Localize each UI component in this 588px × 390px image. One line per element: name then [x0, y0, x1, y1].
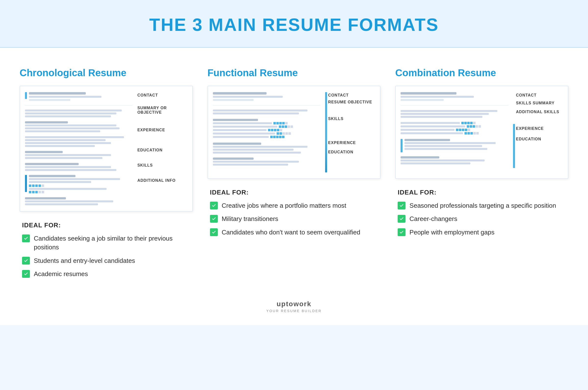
combination-mockup: CONTACT SKILLS SUMMARY ADDITIONAL SKILLS… [395, 86, 568, 179]
check-icon-c1 [398, 215, 405, 223]
comb-ideal-item-0: Seasoned professionals targeting a speci… [398, 201, 566, 210]
content-area: Chronological Resume [0, 48, 588, 293]
chronological-doc-body [25, 92, 133, 205]
logo-tagline: YOUR RESUME BUILDER [266, 309, 322, 313]
functional-ideal: IDEAL FOR: Creative jobs where a portfol… [207, 189, 381, 241]
functional-column: Functional Resume [207, 67, 381, 283]
chronological-ideal: IDEAL FOR: Candidates seeking a job simi… [20, 221, 193, 283]
comb-label-1: SKILLS SUMMARY [516, 101, 562, 105]
chronological-mockup: CONTACT SUMMARY OR OBJECTIVE EXPERIENCE … [20, 86, 193, 212]
functional-title: Functional Resume [207, 67, 381, 78]
chronological-labels: CONTACT SUMMARY OR OBJECTIVE EXPERIENCE … [138, 92, 187, 205]
check-icon-c2 [398, 228, 405, 236]
footer: uptowork YOUR RESUME BUILDER [0, 293, 588, 325]
comb-ideal-title: IDEAL FOR: [398, 189, 566, 196]
comb-label-2: ADDITIONAL SKILLS [516, 110, 562, 114]
check-icon-2 [22, 270, 30, 278]
comb-label-3: EXPERIENCE [516, 126, 562, 131]
func-label-3: EXPERIENCE [328, 141, 374, 145]
chrono-label-2: EXPERIENCE [138, 128, 187, 132]
chrono-label-1: SUMMARY OR OBJECTIVE [138, 106, 187, 115]
chrono-ideal-text-1: Students and entry-level candidates [34, 256, 135, 265]
comb-ideal-item-2: People with employment gaps [398, 228, 566, 237]
page-title: THE 3 MAIN RESUME FORMATS [0, 15, 588, 35]
func-ideal-text-0: Creative jobs where a portfolio matters … [222, 201, 346, 210]
comb-label-4: EDUCATION [516, 137, 562, 141]
comb-label-0: CONTACT [516, 93, 562, 98]
func-ideal-item-2: Candidates who don't want to seem overqu… [210, 228, 378, 237]
func-ideal-text-1: Military transitioners [222, 214, 278, 223]
chrono-label-3: EDUCATION [138, 148, 187, 152]
chrono-ideal-text-0: Candidates seeking a job similar to thei… [34, 234, 190, 252]
chronological-column: Chronological Resume [20, 67, 193, 283]
func-label-0: CONTACT [328, 93, 374, 98]
comb-ideal-item-1: Career-changers [398, 214, 566, 223]
comb-ideal-text-1: Career-changers [409, 214, 457, 223]
combination-doc-body [400, 92, 508, 172]
combination-ideal: IDEAL FOR: Seasoned professionals target… [395, 189, 568, 241]
combination-labels: CONTACT SKILLS SUMMARY ADDITIONAL SKILLS… [513, 92, 562, 172]
func-label-1: RESUME OBJECTIVE [328, 100, 374, 104]
check-icon-f2 [210, 228, 218, 236]
check-icon-0 [22, 235, 30, 242]
functional-doc-body [213, 92, 320, 172]
check-icon-f1 [210, 215, 218, 223]
functional-labels: CONTACT RESUME OBJECTIVE SKILLS EXPERIEN… [325, 92, 374, 172]
func-ideal-title: IDEAL FOR: [210, 189, 378, 196]
chrono-ideal-item-0: Candidates seeking a job similar to thei… [22, 234, 190, 252]
chrono-label-4: SKILLS [138, 163, 187, 168]
comb-ideal-text-0: Seasoned professionals targeting a speci… [409, 201, 556, 210]
func-ideal-item-0: Creative jobs where a portfolio matters … [210, 201, 378, 210]
chrono-ideal-item-1: Students and entry-level candidates [22, 256, 190, 265]
func-ideal-item-1: Military transitioners [210, 214, 378, 223]
check-icon-1 [22, 257, 30, 265]
chrono-label-5: ADDITIONAL INFO [138, 178, 187, 183]
functional-mockup: CONTACT RESUME OBJECTIVE SKILLS EXPERIEN… [207, 86, 381, 179]
chronological-title: Chronological Resume [20, 67, 193, 78]
comb-ideal-text-2: People with employment gaps [409, 228, 494, 237]
check-icon-c0 [398, 202, 405, 209]
func-ideal-text-2: Candidates who don't want to seem overqu… [222, 228, 360, 237]
chrono-label-0: CONTACT [138, 93, 187, 98]
func-label-2: SKILLS [328, 117, 374, 121]
combination-column: Combination Resume [395, 67, 568, 283]
logo: uptowork [277, 300, 311, 308]
header: THE 3 MAIN RESUME FORMATS [0, 0, 588, 48]
func-label-4: EDUCATION [328, 150, 374, 154]
check-icon-f0 [210, 202, 218, 209]
chrono-ideal-text-2: Academic resumes [34, 269, 88, 278]
chrono-ideal-item-2: Academic resumes [22, 269, 190, 278]
chrono-ideal-title: IDEAL FOR: [22, 221, 190, 229]
combination-title: Combination Resume [395, 67, 568, 78]
